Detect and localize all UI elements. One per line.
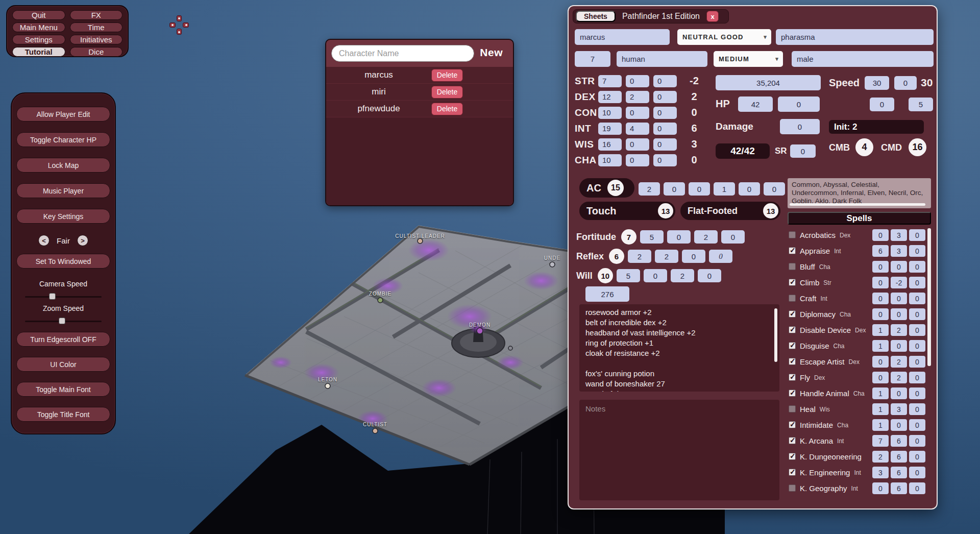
size-dropdown[interactable]: MEDIUM ▾ — [714, 51, 783, 67]
skill-class-checkbox[interactable] — [789, 453, 796, 460]
skill-class-checkbox[interactable] — [789, 421, 796, 428]
settings-button[interactable]: Toggle Character HP — [16, 132, 110, 147]
skill-class-checkbox[interactable] — [789, 279, 796, 286]
menu-button[interactable]: Dice — [70, 47, 123, 57]
save-field[interactable]: 2 — [694, 230, 718, 244]
menu-button[interactable]: Initiatives — [70, 35, 123, 44]
skill-class-checkbox[interactable] — [789, 342, 796, 349]
speed-armor-field[interactable]: 0 — [894, 76, 917, 90]
skill-class-checkbox[interactable] — [789, 263, 796, 270]
skill-class-checkbox[interactable] — [789, 437, 796, 444]
ability-adjust-field[interactable]: 0 — [626, 75, 649, 87]
character-name[interactable]: marcus — [326, 70, 431, 80]
skill-class-checkbox[interactable] — [789, 374, 796, 381]
save-field[interactable]: 0 — [682, 250, 705, 263]
save-field[interactable]: 2 — [628, 250, 651, 263]
ability-base-field[interactable]: 16 — [598, 138, 622, 151]
ability-adjust-field[interactable]: 2 — [626, 91, 649, 103]
skill-misc-field[interactable]: 0 — [909, 293, 925, 304]
skill-bonus-field[interactable]: 3 — [891, 229, 907, 241]
ability-temp-field[interactable]: 0 — [653, 107, 677, 119]
ac-component-field[interactable]: 0 — [764, 182, 785, 196]
ability-temp-field[interactable]: 0 — [653, 154, 677, 166]
character-row[interactable]: marcus Delete — [326, 67, 513, 84]
ability-temp-field[interactable]: 0 — [653, 91, 677, 103]
slider-thumb[interactable] — [49, 293, 56, 300]
skill-bonus-field[interactable]: 6 — [891, 467, 907, 478]
skill-misc-field[interactable]: 0 — [909, 356, 925, 368]
skill-misc-field[interactable]: 0 — [909, 467, 925, 478]
languages-scrollbar[interactable] — [790, 203, 925, 206]
save-field[interactable]: 0 — [644, 269, 667, 282]
skill-misc-field[interactable]: 0 — [909, 403, 925, 415]
tab-sheets[interactable]: Sheets — [576, 11, 616, 22]
delete-character-button[interactable]: Delete — [431, 86, 463, 99]
save-field[interactable]: 0 — [698, 269, 721, 282]
character-name-input[interactable] — [331, 45, 474, 62]
skill-bonus-field[interactable]: 2 — [891, 324, 907, 336]
skill-ranks-field[interactable]: 0 — [872, 293, 889, 304]
skill-bonus-field[interactable]: 3 — [891, 403, 907, 415]
ability-adjust-field[interactable]: 4 — [626, 123, 649, 135]
character-row[interactable]: miri Delete — [326, 84, 513, 101]
menu-button[interactable]: Main Menu — [12, 22, 65, 32]
skill-misc-field[interactable]: 0 — [909, 387, 925, 399]
delete-character-button[interactable]: Delete — [431, 103, 463, 115]
skill-ranks-field[interactable]: 1 — [872, 419, 889, 431]
save-field[interactable]: 5 — [640, 230, 664, 244]
slider-thumb[interactable] — [59, 318, 65, 324]
hp-temp-field[interactable]: 0 — [778, 96, 820, 112]
skill-misc-field[interactable]: 0 — [909, 324, 925, 336]
skill-bonus-field[interactable]: 0 — [891, 387, 907, 399]
skill-misc-field[interactable]: 0 — [909, 229, 925, 241]
skill-misc-field[interactable]: 0 — [909, 245, 925, 257]
save-field[interactable]: 0 — [709, 250, 732, 263]
skill-bonus-field[interactable]: 0 — [891, 419, 907, 431]
inventory-textarea[interactable]: rosewood armor +2 belt of incredible dex… — [579, 304, 779, 392]
settings-button[interactable]: Toggle Main Font — [16, 382, 110, 397]
ability-temp-field[interactable]: 0 — [653, 75, 677, 87]
skill-misc-field[interactable]: 0 — [909, 308, 925, 320]
skill-class-checkbox[interactable] — [789, 326, 796, 333]
save-field[interactable]: 0 — [667, 230, 691, 244]
save-field[interactable]: 5 — [617, 269, 640, 282]
skill-misc-field[interactable]: 0 — [909, 482, 925, 494]
skill-misc-field[interactable]: 0 — [909, 340, 925, 352]
swim-speed-field[interactable]: 5 — [909, 98, 933, 111]
skill-misc-field[interactable]: 0 — [909, 435, 925, 447]
character-row[interactable]: pfnewdude Delete — [326, 101, 513, 117]
character-name[interactable]: miri — [326, 87, 431, 97]
delete-character-button[interactable]: Delete — [431, 69, 463, 82]
inventory-scrollbar[interactable] — [774, 308, 777, 362]
skill-bonus-field[interactable]: 0 — [891, 261, 907, 273]
xp-field[interactable]: 35,204 — [716, 75, 821, 90]
race-field[interactable]: human — [617, 51, 707, 67]
skill-ranks-field[interactable]: 2 — [872, 451, 889, 463]
ability-base-field[interactable]: 7 — [598, 75, 622, 87]
misc-defense-field[interactable]: 276 — [585, 286, 629, 302]
skill-ranks-field[interactable]: 1 — [872, 403, 889, 415]
ac-component-field[interactable]: 1 — [714, 182, 735, 196]
ability-temp-field[interactable]: 0 — [653, 123, 677, 135]
skill-class-checkbox[interactable] — [789, 358, 796, 365]
settings-button[interactable]: Allow Player Edit — [16, 107, 110, 122]
save-field[interactable]: 0 — [721, 230, 745, 244]
camera-speed-slider[interactable] — [25, 293, 102, 300]
skill-ranks-field[interactable]: 1 — [872, 340, 889, 352]
damage-field[interactable]: 0 — [780, 119, 820, 134]
save-field[interactable]: 2 — [655, 250, 678, 263]
ac-component-field[interactable]: 0 — [689, 182, 710, 196]
level-field[interactable]: 7 — [575, 51, 610, 67]
skill-ranks-field[interactable]: 0 — [872, 482, 889, 494]
skill-class-checkbox[interactable] — [789, 405, 796, 412]
skill-ranks-field[interactable]: 3 — [872, 467, 889, 478]
skill-class-checkbox[interactable] — [789, 295, 796, 302]
skill-ranks-field[interactable]: 0 — [872, 229, 889, 241]
hp-max-field[interactable]: 42 — [738, 96, 773, 112]
skill-misc-field[interactable]: 0 — [909, 419, 925, 431]
skill-bonus-field[interactable]: 2 — [891, 356, 907, 368]
settings-button[interactable]: Lock Map — [16, 158, 110, 173]
close-tab-button[interactable]: x — [706, 11, 719, 22]
zoom-speed-slider[interactable] — [25, 318, 102, 325]
set-windowed-button[interactable]: Set To Windowed — [16, 254, 110, 269]
